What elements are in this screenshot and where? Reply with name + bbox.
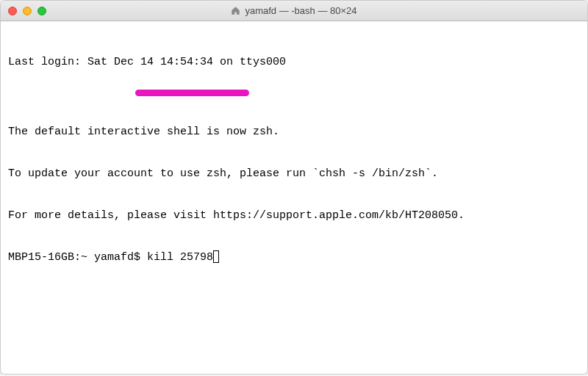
maximize-button[interactable] [37, 7, 46, 15]
prompt-line: MBP15-16GB:~ yamafd$ kill 25798 [8, 250, 580, 264]
minimize-button[interactable] [23, 7, 32, 15]
home-icon [231, 6, 240, 15]
titlebar[interactable]: yamafd — -bash — 80×24 [1, 1, 587, 21]
terminal-line: The default interactive shell is now zsh… [8, 125, 580, 139]
prompt-text: MBP15-16GB:~ yamafd$ [8, 251, 147, 264]
traffic-lights [8, 7, 46, 15]
terminal-line: Last login: Sat Dec 14 14:54:34 on ttys0… [8, 55, 580, 69]
terminal-line: For more details, please visit https://s… [8, 209, 580, 223]
window-title-text: yamafd — -bash — 80×24 [245, 5, 356, 16]
command-text: kill 25798 [147, 251, 213, 264]
cursor [213, 250, 219, 263]
annotation-underline [135, 90, 249, 96]
terminal-body[interactable]: Last login: Sat Dec 14 14:54:34 on ttys0… [1, 21, 587, 374]
terminal-line: To update your account to use zsh, pleas… [8, 167, 580, 181]
close-button[interactable] [8, 7, 17, 15]
window-title: yamafd — -bash — 80×24 [1, 5, 587, 16]
terminal-window: yamafd — -bash — 80×24 Last login: Sat D… [0, 0, 588, 375]
